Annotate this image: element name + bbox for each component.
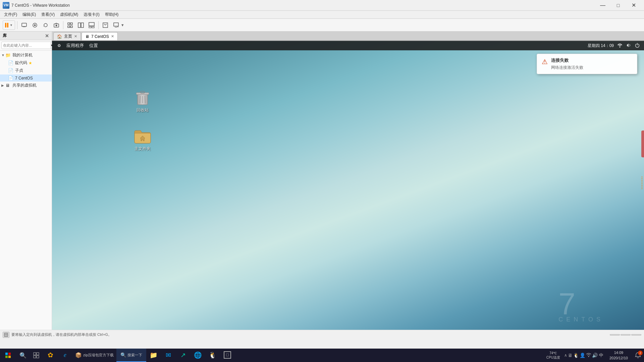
pause-button-group: ▼ (3, 20, 15, 30)
close-button[interactable]: ✕ (626, 0, 641, 11)
recycle-bin-image (133, 88, 152, 107)
menu-view[interactable]: 查看(V) (39, 11, 57, 19)
sidebar-item-indigo-code[interactable]: 📄 靛代码 ★ (0, 59, 52, 67)
pause-button[interactable]: ▼ (3, 20, 15, 30)
centos-tab-close[interactable]: ✕ (111, 34, 114, 39)
taskbar-item-ie[interactable]: e (58, 349, 72, 362)
home-folder-label: 主文件夹 (135, 146, 151, 152)
taskbar-item-arrow[interactable]: ↗ (176, 349, 191, 362)
sidebar-tree: ▼ 📁 我的计算机 📄 靛代码 ★ 📄 子贞 📄 7 CentOS (0, 51, 52, 339)
svg-rect-30 (34, 353, 36, 355)
split-view-button[interactable] (76, 20, 86, 30)
menu-help[interactable]: 帮助(H) (102, 11, 121, 19)
taskbar-item-edge[interactable]: 🌐 (191, 349, 205, 362)
taskbar-item-explorer[interactable]: 📁 (146, 349, 161, 362)
menu-bar: 文件(F) 编辑(E) 查看(V) 虚拟机(M) 选项卡(I) 帮助(H) (0, 11, 644, 19)
minimize-button[interactable]: — (595, 0, 610, 11)
home-folder-icon[interactable]: 主文件夹 (129, 126, 156, 152)
taskbar-item-qq[interactable]: 🐧 (205, 349, 220, 362)
recycle-bin-label: 回收站 (137, 107, 149, 113)
svg-rect-9 (70, 26, 72, 28)
toolbar-separator-1 (17, 21, 17, 29)
maximize-button[interactable]: □ (610, 0, 626, 11)
gnome-app-label[interactable]: 应用程序 (62, 43, 88, 49)
vm-icon: 📄 (8, 68, 14, 73)
vm-display[interactable]: ⚙ 应用程序 位置 星期四 14：09 (52, 41, 644, 339)
gnome-activities[interactable]: ⚙ (56, 43, 62, 48)
tray-language[interactable]: 中 (598, 352, 604, 358)
start-button[interactable] (0, 349, 16, 362)
snapshot-restore-button[interactable] (41, 20, 50, 30)
taskbar-item-mail[interactable]: ✉ (161, 349, 176, 362)
tab-home[interactable]: 🏠 主页 ✕ (53, 32, 81, 40)
tray-user-icon[interactable]: 👤 (580, 353, 585, 358)
centos-desktop[interactable]: ⚙ 应用程序 位置 星期四 14：09 (52, 41, 644, 339)
right-edge-indicator[interactable] (641, 131, 644, 157)
right-scroll-handle[interactable] (640, 175, 644, 191)
svg-rect-10 (78, 23, 80, 28)
cpu-temp[interactable]: 74℃ CPU温度 (544, 349, 563, 362)
status-action-btn-2[interactable] (621, 334, 631, 335)
home-tab-close[interactable]: ✕ (74, 34, 77, 39)
sidebar-item-zi-zhen[interactable]: 📄 子贞 (0, 67, 52, 74)
notification-center[interactable]: 2 (632, 349, 644, 362)
menu-file[interactable]: 文件(F) (1, 11, 20, 19)
svg-point-17 (620, 46, 621, 47)
title-bar: VM 7 CentOS - VMware Workstation — □ ✕ (0, 0, 644, 11)
tray-volume-icon[interactable]: 🔊 (592, 353, 598, 358)
menu-tab[interactable]: 选项卡(I) (81, 11, 102, 19)
menu-vm[interactable]: 虚拟机(M) (57, 11, 81, 19)
snapshot-take-button[interactable] (52, 20, 61, 30)
view-options-button[interactable] (111, 20, 121, 30)
window-title: 7 CentOS - VMware Workstation (11, 3, 595, 8)
sidebar-item-centos[interactable]: 📄 7 CentOS (0, 74, 52, 82)
sidebar-item-label: 7 CentOS (15, 76, 33, 81)
tray-monitor-icon[interactable]: 🖥 (568, 353, 573, 358)
zip-label: zip压缩包官方下载 (83, 353, 114, 358)
sidebar: 库 ✕ ▾ ▼ 📁 我的计算机 📄 靛代码 ★ (0, 32, 52, 339)
volume-icon[interactable] (626, 43, 631, 49)
send-keys-button[interactable] (19, 20, 29, 30)
sidebar-item-my-computer[interactable]: ▼ 📁 我的计算机 (0, 51, 52, 59)
notification-content: 连接失败 网络连接激活失败 (551, 57, 583, 70)
tray-chevron[interactable]: ∧ (564, 353, 567, 358)
sidebar-close-button[interactable]: ✕ (45, 33, 49, 39)
tray-wifi-icon[interactable] (586, 353, 591, 358)
svg-rect-26 (5, 353, 8, 355)
status-action-btn-1[interactable] (610, 334, 620, 335)
gnome-right-section: 星期四 14：09 (588, 43, 640, 49)
svg-rect-33 (37, 356, 39, 358)
resize-handle-button[interactable] (3, 332, 9, 338)
network-icon[interactable] (617, 43, 623, 49)
power-icon[interactable] (635, 43, 640, 49)
switch-view-button[interactable] (87, 20, 96, 30)
full-screen-button[interactable] (65, 20, 75, 30)
fullscreen-2-button[interactable] (101, 20, 110, 30)
vm-icon: 📄 (8, 60, 14, 65)
menu-edit[interactable]: 编辑(E) (20, 11, 39, 19)
taskbar-item-vmware[interactable]: ☐ (220, 349, 235, 362)
recycle-bin-icon[interactable]: 回收站 (129, 88, 156, 113)
home-tab-icon: 🏠 (57, 34, 62, 39)
taskbar-item-dao-dao[interactable]: ✿ (43, 349, 58, 362)
svg-rect-31 (37, 353, 39, 355)
tray-qq-icon[interactable]: 🐧 (573, 353, 579, 358)
screenshot-button[interactable] (30, 20, 40, 30)
search-button[interactable]: 🔍 (16, 349, 30, 362)
sidebar-header: 库 ✕ (0, 32, 52, 40)
gnome-location-label[interactable]: 位置 (88, 43, 99, 49)
watermark-centos: CENTOS (558, 316, 604, 322)
taskbar-item-search-btn[interactable]: 🔍 搜索一下 (116, 349, 146, 362)
taskbar-clock[interactable]: 14:09 2020/12/10 (605, 349, 632, 362)
svg-rect-6 (68, 23, 70, 24)
tab-centos[interactable]: 🖥 7 CentOS ✕ (82, 32, 118, 40)
sidebar-item-shared-vms[interactable]: ▶ 🖥 共享的虚拟机 (0, 82, 52, 89)
task-view-button[interactable] (30, 349, 43, 362)
svg-rect-7 (70, 23, 72, 24)
status-action-btn-3[interactable] (631, 334, 641, 335)
star-icon: ★ (29, 61, 32, 65)
sidebar-search-input[interactable] (1, 42, 51, 49)
taskbar-item-zip[interactable]: 📦 zip压缩包官方下载 (72, 349, 116, 362)
svg-point-5 (55, 24, 57, 26)
svg-rect-27 (8, 353, 11, 355)
